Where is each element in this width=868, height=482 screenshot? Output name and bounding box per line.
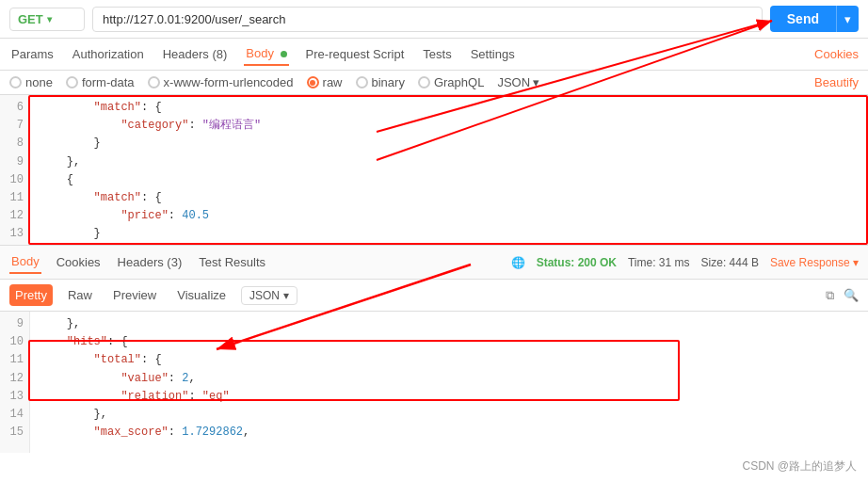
response-status-area: 🌐 Status: 200 OK Time: 31 ms Size: 444 B… — [511, 256, 859, 269]
method-chevron-icon: ▾ — [47, 14, 52, 24]
request-editor: 6 7 8 9 10 11 12 13 14 "match": { "categ… — [0, 95, 868, 246]
view-tab-visualize[interactable]: Visualize — [171, 284, 232, 306]
response-header: Body Cookies Headers (3) Test Results 🌐 … — [0, 246, 868, 280]
send-button[interactable]: Send — [770, 6, 836, 32]
resp-line-13: "relation": "eq" — [40, 388, 859, 406]
code-line-10: { — [40, 171, 859, 189]
code-line-12: "price": 40.5 — [40, 207, 859, 225]
resp-line-9: }, — [40, 315, 859, 333]
time-text: Time: 31 ms — [628, 256, 690, 269]
request-code-content[interactable]: "match": { "category": "编程语言" } }, { "ma… — [30, 95, 868, 245]
response-tab-testresults[interactable]: Test Results — [197, 251, 267, 273]
option-binary[interactable]: binary — [356, 75, 405, 89]
response-format-select[interactable]: JSON ▾ — [241, 286, 297, 305]
tab-body[interactable]: Body — [244, 42, 288, 66]
tab-headers[interactable]: Headers (8) — [161, 43, 230, 65]
code-line-8: } — [40, 135, 859, 153]
tab-cookies[interactable]: Cookies — [814, 47, 859, 61]
binary-label: binary — [372, 75, 405, 89]
option-raw[interactable]: raw — [307, 75, 343, 89]
view-tab-pretty[interactable]: Pretty — [9, 284, 53, 306]
response-tab-headers[interactable]: Headers (3) — [116, 251, 185, 273]
formdata-label: form-data — [82, 75, 135, 89]
method-label: GET — [18, 12, 43, 26]
radio-binary-icon — [356, 76, 368, 88]
urlencoded-label: x-www-form-urlencoded — [164, 75, 294, 89]
search-icon[interactable]: 🔍 — [844, 288, 859, 303]
view-tab-preview[interactable]: Preview — [107, 284, 162, 306]
option-none[interactable]: none — [9, 75, 53, 89]
request-line-numbers: 6 7 8 9 10 11 12 13 14 — [0, 95, 30, 245]
code-line-7: "category": "编程语言" — [40, 117, 859, 135]
tab-settings[interactable]: Settings — [469, 43, 517, 65]
tab-tests[interactable]: Tests — [421, 43, 453, 65]
code-line-11: "match": { — [40, 189, 859, 207]
resp-line-11: "total": { — [40, 351, 859, 369]
radio-raw-icon — [307, 76, 319, 88]
option-graphql[interactable]: GraphQL — [418, 75, 484, 89]
response-code-content[interactable]: }, "hits": { "total": { "value": 2, "rel… — [30, 312, 868, 453]
response-line-numbers: 9 10 11 12 13 14 15 — [0, 312, 30, 453]
format-chevron-icon: ▾ — [533, 75, 539, 89]
none-label: none — [25, 75, 53, 89]
view-tabs-bar: Pretty Raw Preview Visualize JSON ▾ ⧉ 🔍 — [0, 280, 868, 312]
resp-line-14: }, — [40, 406, 859, 424]
view-icons-group: ⧉ 🔍 — [826, 288, 859, 303]
tab-authorization[interactable]: Authorization — [71, 43, 146, 65]
body-options-bar: none form-data x-www-form-urlencoded raw… — [0, 71, 868, 95]
beautify-button[interactable]: Beautify — [814, 75, 859, 89]
code-line-6: "match": { — [40, 99, 859, 117]
code-line-9: }, — [40, 153, 859, 171]
body-dot — [281, 51, 287, 57]
response-tab-body[interactable]: Body — [9, 250, 41, 274]
resp-line-15: "max_score": 1.7292862, — [40, 424, 859, 442]
url-input[interactable] — [92, 7, 763, 32]
save-response-button[interactable]: Save Response ▾ — [770, 256, 859, 269]
view-tab-raw[interactable]: Raw — [62, 284, 98, 306]
code-line-13: } — [40, 225, 859, 243]
response-format-label: JSON — [249, 289, 280, 302]
resp-line-10: "hits": { — [40, 333, 859, 351]
response-tab-cookies[interactable]: Cookies — [55, 251, 103, 273]
radio-graphql-icon — [418, 76, 430, 88]
graphql-label: GraphQL — [434, 75, 484, 89]
size-text: Size: 444 B — [701, 256, 759, 269]
request-tabs: Params Authorization Headers (8) Body Pr… — [0, 39, 868, 71]
raw-label: raw — [323, 75, 343, 89]
globe-icon: 🌐 — [511, 256, 525, 269]
response-format-chevron-icon: ▾ — [283, 289, 289, 302]
option-formdata[interactable]: form-data — [66, 75, 135, 89]
resp-line-12: "value": 2, — [40, 370, 859, 388]
tab-prerequest[interactable]: Pre-request Script — [304, 43, 407, 65]
method-select[interactable]: GET ▾ — [9, 8, 85, 31]
option-urlencoded[interactable]: x-www-form-urlencoded — [148, 75, 294, 89]
status-text: Status: 200 OK — [537, 256, 617, 269]
radio-urlencoded-icon — [148, 76, 160, 88]
radio-formdata-icon — [66, 76, 78, 88]
code-line-14: } — [40, 244, 859, 246]
response-editor: 9 10 11 12 13 14 15 }, "hits": { "total"… — [0, 312, 868, 453]
format-label: JSON — [497, 75, 530, 89]
request-bar: GET ▾ Send ▾ — [0, 0, 868, 39]
copy-icon[interactable]: ⧉ — [826, 288, 834, 303]
format-dropdown[interactable]: JSON ▾ — [497, 75, 539, 89]
tab-params[interactable]: Params — [9, 43, 56, 65]
radio-none-icon — [9, 76, 22, 88]
send-dropdown-button[interactable]: ▾ — [836, 6, 859, 32]
send-group: Send ▾ — [770, 6, 859, 32]
